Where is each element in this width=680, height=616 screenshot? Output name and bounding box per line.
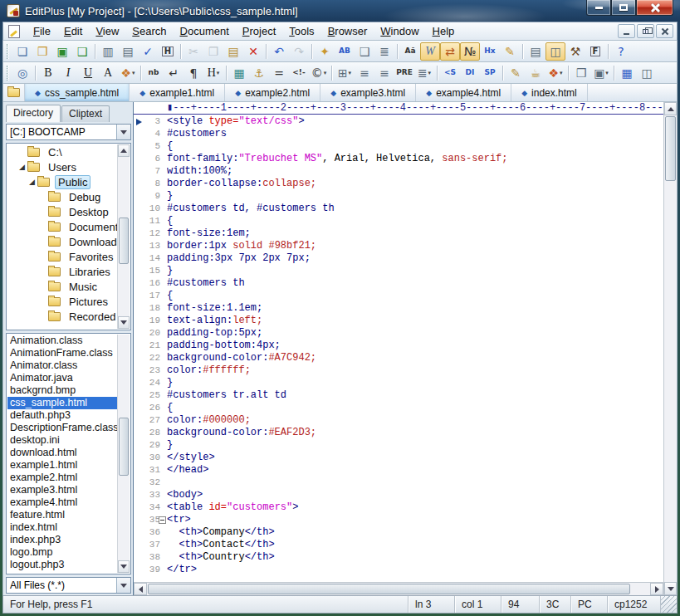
code-line-32[interactable]: 32 (134, 477, 677, 489)
tree-item-debug[interactable]: Debug (7, 189, 117, 204)
file-item-example4-html[interactable]: example4.html (7, 496, 117, 509)
tree-item-desktop[interactable]: Desktop (7, 204, 117, 219)
window-list-icon[interactable]: ▣▾ (591, 64, 611, 82)
menu-window[interactable]: Window (374, 22, 425, 40)
menu-tools[interactable]: Tools (282, 22, 320, 40)
line-numbers-icon[interactable]: № (460, 42, 480, 61)
anchor-icon[interactable]: ⚓ (249, 64, 269, 82)
new-window-icon[interactable]: ❒ (571, 64, 591, 82)
code-line-3[interactable]: 3<style type="text/css"> (134, 115, 677, 128)
scrollbar-thumb[interactable] (665, 116, 676, 181)
code-line-37[interactable]: 37 <th>Contact</th> (134, 539, 677, 551)
scroll-right-button[interactable] (650, 583, 663, 595)
image-icon[interactable]: ▦ (229, 64, 249, 82)
next-bookmark-icon[interactable]: ≣ (374, 42, 394, 61)
resize-grip[interactable] (660, 596, 677, 613)
file-item-backgrnd-bmp[interactable]: backgrnd.bmp (7, 384, 117, 397)
paste-icon[interactable]: ▤ (223, 42, 243, 61)
scroll-down-button[interactable] (118, 560, 130, 573)
code-line-13[interactable]: 13border:1px solid #98bf21; (134, 240, 677, 252)
tree-item-favorites[interactable]: Favorites (7, 249, 117, 264)
code-view[interactable]: 3<style type="text/css">4#customers5{6fo… (134, 115, 677, 582)
print-preview-icon[interactable]: ▥ (98, 42, 118, 61)
find-icon[interactable]: ✦ (315, 42, 335, 61)
file-item-animation-class[interactable]: Animation.class (7, 335, 117, 347)
code-line-4[interactable]: 4#customers (134, 128, 677, 140)
file-item-desktop-ini[interactable]: desktop.ini (7, 434, 117, 447)
split-window-icon[interactable]: ◫ (637, 64, 657, 82)
pre-icon[interactable]: PRE (394, 64, 414, 82)
code-line-11[interactable]: 11{ (134, 215, 677, 227)
save-icon[interactable]: ▣ (52, 42, 72, 61)
cliptext-panel-icon[interactable]: ▤ (526, 42, 545, 61)
browser-preview-icon[interactable]: ◎ (12, 64, 32, 82)
code-line-27[interactable]: 27color:#000000; (134, 414, 677, 427)
file-item-example1-html[interactable]: example1.html (7, 459, 117, 472)
tab-list-button[interactable] (3, 84, 25, 101)
code-line-29[interactable]: 29} (134, 439, 677, 452)
scrollbar-thumb[interactable] (119, 418, 129, 476)
tree-item-c-[interactable]: C:\ (7, 144, 117, 159)
code-line-12[interactable]: 12font-size:1em; (134, 227, 677, 240)
code-line-15[interactable]: 15} (134, 265, 677, 277)
scroll-down-button[interactable] (118, 316, 130, 329)
code-line-20[interactable]: 20padding-top:5px; (134, 327, 677, 340)
list-icon[interactable]: ≣▾ (414, 64, 434, 82)
heading-icon[interactable]: H▾ (203, 64, 223, 82)
tree-item-music[interactable]: Music (7, 279, 117, 294)
file-filter-selector[interactable]: All Files (*.*) (6, 577, 131, 594)
drive-selector[interactable]: [C:] BOOTCAMP (6, 124, 131, 140)
file-item-logout-php3[interactable]: logout.php3 (7, 559, 117, 571)
show-whitespace-icon[interactable]: ⇄ (440, 42, 460, 61)
code-line-25[interactable]: 25#customers tr.alt td (134, 389, 677, 402)
file-item-css-sample-html[interactable]: css_sample.html (7, 397, 117, 409)
tab-example2.html[interactable]: ◆example2.html (225, 84, 320, 101)
cut-icon[interactable]: ✂ (183, 42, 203, 61)
code-line-23[interactable]: 23color:#ffffff; (134, 364, 677, 377)
horizontal-scrollbar[interactable] (134, 582, 663, 595)
file-item-example3-html[interactable]: example3.html (7, 484, 117, 496)
copy-icon[interactable]: ❐ (203, 42, 223, 61)
align-center-icon[interactable]: ≡ (355, 64, 374, 82)
code-line-38[interactable]: 38 <th>Country</th> (134, 551, 677, 564)
minimize-button[interactable] (586, 0, 611, 16)
tree-expanded-icon[interactable]: ◢ (27, 178, 37, 186)
save-all-icon[interactable]: ❑ (72, 42, 92, 61)
italic-icon[interactable]: I (58, 64, 78, 82)
menu-edit[interactable]: Edit (57, 22, 89, 40)
special-char-icon[interactable]: ©▾ (309, 64, 329, 82)
close-button[interactable] (636, 0, 673, 16)
tree-item-public[interactable]: ◢Public (7, 174, 117, 189)
file-item-download-html[interactable]: download.html (7, 447, 117, 459)
file-list-scrollbar[interactable] (117, 335, 130, 573)
new-file-icon[interactable]: ❏ (12, 42, 32, 61)
code-line-33[interactable]: 33<body> (134, 489, 677, 501)
code-line-8[interactable]: 8border-collapse:collapse; (134, 178, 677, 190)
code-line-36[interactable]: 36 <th>Company</th> (134, 526, 677, 539)
code-line-17[interactable]: 17{ (134, 290, 677, 302)
code-line-34[interactable]: 34<table id="customers"> (134, 501, 677, 514)
code-line-5[interactable]: 5{ (134, 140, 677, 153)
code-line-30[interactable]: 30</style> (134, 452, 677, 464)
tree-item-documents[interactable]: Documents (7, 219, 117, 234)
code-line-24[interactable]: 24} (134, 377, 677, 389)
file-item-animator-class[interactable]: Animator.class (7, 359, 117, 372)
open-file-icon[interactable]: ❒ (32, 42, 52, 61)
user-tools-icon[interactable]: ⚒ (565, 42, 585, 61)
code-line-16[interactable]: 16#customers th (134, 277, 677, 290)
print-icon[interactable]: ▤ (118, 42, 138, 61)
tree-item-recorded-tv[interactable]: Recorded TV (7, 309, 117, 324)
bold-icon[interactable]: B (38, 64, 58, 82)
mdi-close-button[interactable] (656, 24, 673, 38)
div-tag-icon[interactable]: DI (460, 64, 480, 82)
tile-windows-icon[interactable]: ▦ (617, 64, 637, 82)
undo-icon[interactable]: ↶ (269, 42, 289, 61)
file-item-animationframe-class[interactable]: AnimationFrame.class (7, 347, 117, 359)
code-line-39[interactable]: 39</tr> (134, 564, 677, 576)
directory-panel-icon[interactable]: ◫ (545, 42, 565, 61)
function-list-icon[interactable]: F (585, 42, 605, 61)
file-item-example2-html[interactable]: example2.html (7, 472, 117, 484)
comment-icon[interactable]: <!- (289, 64, 309, 82)
text-color-icon[interactable]: ❖▾ (118, 64, 138, 82)
delete-icon[interactable]: ✕ (243, 42, 263, 61)
